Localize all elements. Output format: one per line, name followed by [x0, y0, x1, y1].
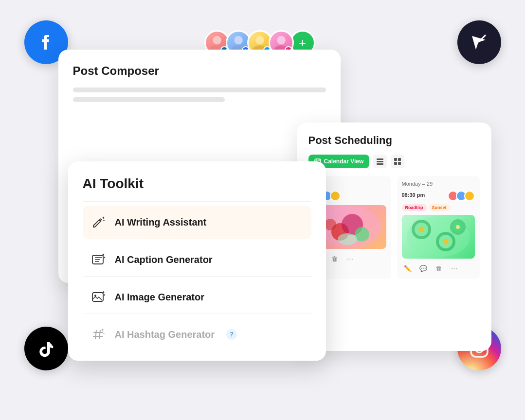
- svg-rect-32: [398, 158, 401, 161]
- main-scene: in f t ig + Post Composer ▶ 📁: [44, 20, 482, 400]
- text-line-1: [73, 88, 326, 92]
- svg-point-44: [418, 227, 424, 232]
- caption-generator-icon: ✦ ✦: [90, 251, 107, 268]
- calendar-view-label: Calendar View: [324, 158, 364, 165]
- scheduling-toolbar: Calendar View: [308, 155, 480, 168]
- svg-text:✦: ✦: [103, 332, 105, 335]
- day-29-header: Monday – 29: [402, 181, 475, 187]
- delete-icon-28[interactable]: 🗑: [329, 253, 341, 264]
- post-composer-title: Post Composer: [73, 64, 326, 78]
- divider-4: [83, 314, 311, 314]
- image-generator-icon: ✦ ✦: [90, 288, 107, 306]
- svg-point-4: [213, 36, 221, 45]
- roadtrip-tag: Roadtrip: [402, 204, 427, 211]
- svg-rect-29: [377, 161, 383, 162]
- post-scheduling-card: Post Scheduling Calendar View – 28: [297, 122, 491, 351]
- svg-text:✦: ✦: [103, 294, 106, 297]
- day-29-image: [402, 215, 475, 259]
- text-line-2: [73, 97, 225, 102]
- ai-hashtag-generator-item[interactable]: ✦ ✦ AI Hashtag Generator ?: [83, 318, 311, 351]
- image-generator-label: AI Image Generator: [115, 292, 205, 303]
- sunset-tag: Sunset: [429, 204, 450, 211]
- divider-3: [83, 276, 311, 277]
- more-icon-29[interactable]: ⋯: [449, 262, 460, 274]
- svg-rect-30: [377, 163, 383, 165]
- edit-icon-29[interactable]: ✏️: [402, 262, 414, 274]
- caption-generator-label: AI Caption Generator: [115, 254, 213, 265]
- p-logo-icon: [457, 20, 501, 64]
- svg-rect-28: [377, 158, 383, 160]
- ai-image-generator-item[interactable]: ✦ ✦ AI Image Generator: [83, 280, 311, 314]
- calendar-grid: – 28: [308, 176, 480, 279]
- svg-point-40: [338, 233, 357, 245]
- calendar-day-29: Monday – 29 08:30 pm Roadtrip Sunset: [397, 176, 480, 279]
- day-29-actions: ✏️ 💬 🗑 ⋯: [402, 262, 475, 274]
- svg-point-50: [456, 225, 460, 229]
- more-icon-28[interactable]: ⋯: [344, 253, 356, 264]
- hashtag-generator-label: AI Hashtag Generator: [115, 329, 215, 340]
- svg-rect-33: [394, 162, 397, 165]
- svg-text:✦: ✦: [103, 219, 105, 222]
- svg-point-10: [277, 36, 286, 45]
- writing-assistant-label: AI Writing Assistant: [115, 217, 207, 228]
- ai-writing-assistant-item[interactable]: ✦ ✦ AI Writing Assistant: [83, 206, 311, 239]
- svg-point-6: [234, 36, 243, 45]
- day-29-tags: Roadtrip Sunset: [402, 204, 475, 211]
- day-29-time: 08:30 pm: [402, 192, 425, 198]
- list-view-icon[interactable]: [373, 155, 387, 168]
- tiktok-icon: [24, 327, 68, 370]
- hashtag-generator-icon: ✦ ✦: [90, 326, 107, 343]
- ai-toolkit-title: AI Toolkit: [83, 176, 311, 192]
- help-badge[interactable]: ?: [226, 329, 237, 340]
- svg-point-26: [316, 159, 317, 160]
- grid-view-icon[interactable]: [391, 155, 404, 168]
- ai-toolkit-card: AI Toolkit ✦ ✦ AI Writing Assistant: [68, 161, 326, 361]
- svg-rect-34: [398, 162, 401, 165]
- chat-icon-29[interactable]: 💬: [417, 262, 429, 274]
- ai-caption-generator-item[interactable]: ✦ ✦ AI Caption Generator: [83, 243, 311, 276]
- delete-icon-29[interactable]: 🗑: [433, 262, 445, 274]
- svg-point-27: [319, 159, 320, 160]
- svg-point-39: [325, 219, 336, 230]
- mini-avatar-3: [330, 191, 341, 201]
- divider-1: [83, 201, 311, 202]
- divider-2: [83, 239, 311, 239]
- svg-point-47: [443, 239, 449, 245]
- mini-avatar-6: [464, 191, 475, 201]
- post-scheduling-title: Post Scheduling: [308, 134, 480, 147]
- svg-rect-31: [394, 158, 397, 161]
- day-29-avatars: [448, 191, 475, 201]
- svg-text:✦: ✦: [103, 256, 106, 259]
- writing-assistant-icon: ✦ ✦: [90, 213, 107, 231]
- svg-point-8: [255, 36, 264, 45]
